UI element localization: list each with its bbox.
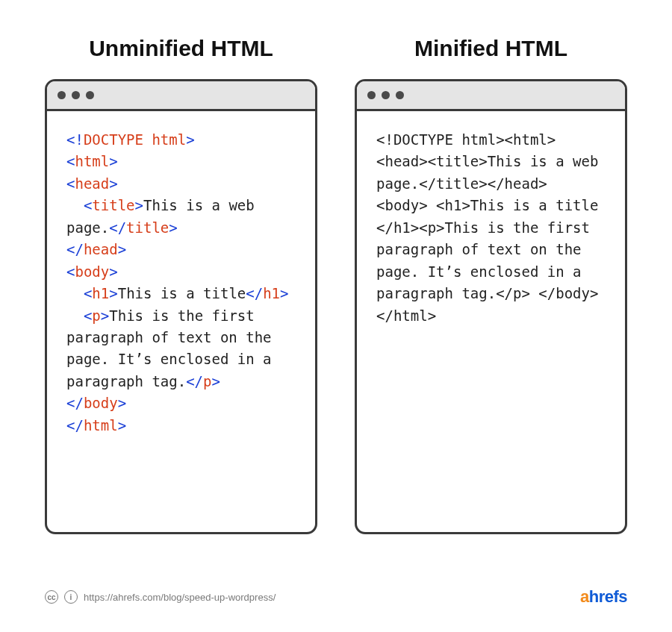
punct: </ — [186, 373, 203, 389]
by-icon: i — [64, 590, 78, 604]
minified-code: <!DOCTYPE html><html> <head><title>This … — [357, 111, 625, 532]
punct: < — [84, 197, 92, 213]
punct: > — [118, 417, 126, 434]
window-dot-icon — [72, 91, 80, 99]
left-column: Unminified HTML <!DOCTYPE html> <html> <… — [45, 36, 317, 534]
source-url: https://ahrefs.com/blog/speed-up-wordpre… — [84, 592, 276, 603]
punct: > — [118, 395, 126, 411]
punct: </ — [246, 285, 263, 301]
punct: > — [186, 131, 194, 148]
punct: </ — [66, 395, 84, 411]
punct: > — [109, 263, 117, 280]
punct: < — [66, 153, 75, 169]
punct: </ — [66, 417, 84, 434]
tag-head: head — [84, 241, 118, 257]
punct: </ — [66, 241, 84, 257]
footer-left: cc i https://ahrefs.com/blog/speed-up-wo… — [45, 590, 276, 604]
tag-title: title — [92, 197, 134, 213]
doctype-html: html — [143, 131, 186, 148]
tag-head: head — [75, 175, 109, 192]
punct: > — [101, 307, 109, 324]
punct: </ — [109, 219, 126, 236]
punct: < — [66, 175, 75, 192]
tag-html: html — [75, 153, 109, 169]
left-window: <!DOCTYPE html> <html> <head> <title>Thi… — [45, 79, 317, 534]
punct: > — [109, 285, 117, 301]
punct: > — [280, 285, 288, 301]
doctype-keyword: DOCTYPE — [84, 131, 143, 148]
punct: > — [109, 175, 117, 192]
h1-text: This is a title — [118, 285, 246, 301]
punct: < — [84, 307, 92, 324]
brand-rest: hrefs — [589, 587, 627, 606]
brand-a: a — [580, 587, 589, 606]
punct: < — [66, 263, 75, 280]
punct: > — [118, 241, 126, 257]
tag-body: body — [84, 395, 118, 411]
tag-html: html — [84, 417, 118, 434]
punct: > — [169, 219, 177, 236]
punct: > — [135, 197, 143, 213]
left-titlebar — [47, 81, 315, 111]
ahrefs-logo: ahrefs — [580, 587, 627, 607]
punct: <! — [66, 131, 84, 148]
window-dot-icon — [367, 91, 376, 99]
left-heading: Unminified HTML — [89, 36, 273, 61]
right-window: <!DOCTYPE html><html> <head><title>This … — [355, 79, 627, 534]
cc-icon: cc — [45, 590, 58, 604]
tag-p: p — [203, 373, 211, 389]
right-titlebar — [357, 81, 625, 111]
columns: Unminified HTML <!DOCTYPE html> <html> <… — [45, 36, 627, 534]
window-dot-icon — [86, 91, 94, 99]
window-dot-icon — [57, 91, 66, 99]
tag-h1: h1 — [92, 285, 109, 301]
right-column: Minified HTML <!DOCTYPE html><html> <hea… — [355, 36, 627, 534]
window-dot-icon — [382, 91, 390, 99]
punct: < — [84, 285, 92, 301]
unminified-code: <!DOCTYPE html> <html> <head> <title>Thi… — [47, 111, 315, 532]
window-dot-icon — [396, 91, 404, 99]
tag-title: title — [126, 219, 169, 236]
punct: > — [109, 153, 117, 169]
tag-p: p — [92, 307, 100, 324]
punct: > — [212, 373, 220, 389]
right-heading: Minified HTML — [414, 36, 567, 61]
diagram-root: Unminified HTML <!DOCTYPE html> <html> <… — [0, 0, 672, 632]
tag-body: body — [75, 263, 109, 280]
tag-h1: h1 — [263, 285, 280, 301]
footer: cc i https://ahrefs.com/blog/speed-up-wo… — [45, 587, 627, 607]
